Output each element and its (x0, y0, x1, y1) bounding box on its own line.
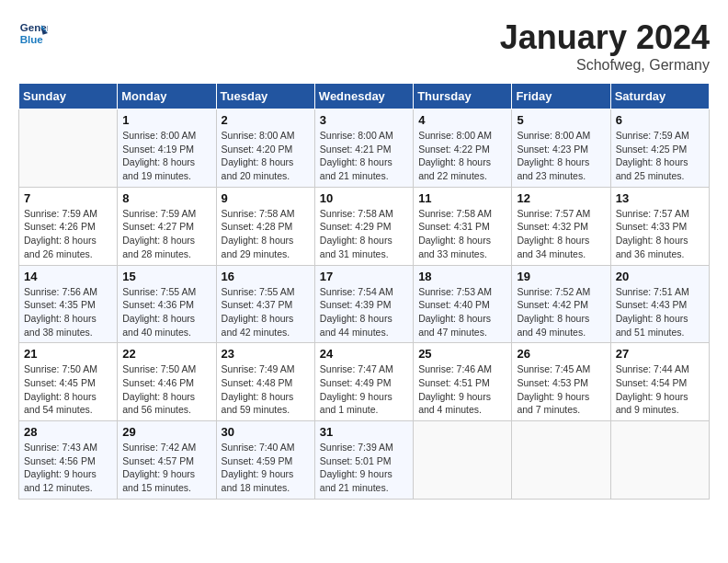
title-block: January 2024 Schofweg, Germany (500, 18, 710, 74)
day-info: Sunrise: 7:51 AMSunset: 4:43 PMDaylight:… (616, 285, 704, 339)
calendar-week-3: 14Sunrise: 7:56 AMSunset: 4:35 PMDayligh… (19, 265, 710, 343)
calendar-week-5: 28Sunrise: 7:43 AMSunset: 4:56 PMDayligh… (19, 421, 710, 500)
day-number: 21 (24, 347, 112, 361)
day-info: Sunrise: 8:00 AMSunset: 4:20 PMDaylight:… (222, 129, 310, 183)
day-info: Sunrise: 7:59 AMSunset: 4:25 PMDaylight:… (616, 129, 704, 183)
day-info: Sunrise: 7:42 AMSunset: 4:57 PMDaylight:… (122, 441, 210, 495)
calendar-cell: 6Sunrise: 7:59 AMSunset: 4:25 PMDaylight… (610, 109, 709, 188)
day-info: Sunrise: 8:00 AMSunset: 4:21 PMDaylight:… (320, 129, 408, 183)
calendar-cell: 11Sunrise: 7:58 AMSunset: 4:31 PMDayligh… (414, 187, 512, 265)
day-info: Sunrise: 8:00 AMSunset: 4:22 PMDaylight:… (418, 129, 506, 183)
calendar-cell: 20Sunrise: 7:51 AMSunset: 4:43 PMDayligh… (610, 265, 709, 343)
day-info: Sunrise: 7:45 AMSunset: 4:53 PMDaylight:… (517, 362, 605, 417)
calendar-cell: 15Sunrise: 7:55 AMSunset: 4:36 PMDayligh… (118, 265, 216, 343)
day-number: 4 (418, 113, 506, 127)
day-number: 15 (122, 270, 210, 283)
calendar-cell: 28Sunrise: 7:43 AMSunset: 4:56 PMDayligh… (19, 421, 118, 500)
calendar-cell: 3Sunrise: 8:00 AMSunset: 4:21 PMDaylight… (314, 109, 413, 188)
weekday-header-thursday: Thursday (414, 84, 512, 109)
calendar-cell: 31Sunrise: 7:39 AMSunset: 5:01 PMDayligh… (314, 421, 413, 500)
day-info: Sunrise: 7:53 AMSunset: 4:40 PMDaylight:… (418, 285, 506, 339)
day-number: 13 (616, 191, 704, 205)
day-number: 23 (222, 347, 310, 361)
day-info: Sunrise: 7:47 AMSunset: 4:49 PMDaylight:… (320, 362, 408, 417)
day-info: Sunrise: 7:52 AMSunset: 4:42 PMDaylight:… (517, 285, 605, 339)
calendar-cell: 9Sunrise: 7:58 AMSunset: 4:28 PMDaylight… (216, 187, 314, 265)
weekday-header-wednesday: Wednesday (314, 84, 413, 109)
calendar-table: SundayMondayTuesdayWednesdayThursdayFrid… (18, 83, 710, 500)
day-info: Sunrise: 7:40 AMSunset: 4:59 PMDaylight:… (222, 441, 310, 495)
calendar-cell: 29Sunrise: 7:42 AMSunset: 4:57 PMDayligh… (118, 421, 216, 500)
weekday-header-saturday: Saturday (610, 84, 709, 109)
calendar-cell: 13Sunrise: 7:57 AMSunset: 4:33 PMDayligh… (610, 187, 709, 265)
day-info: Sunrise: 7:50 AMSunset: 4:45 PMDaylight:… (24, 362, 112, 417)
day-number: 5 (517, 113, 605, 127)
day-info: Sunrise: 8:00 AMSunset: 4:19 PMDaylight:… (122, 129, 210, 183)
weekday-header-friday: Friday (512, 84, 610, 109)
day-number: 30 (222, 425, 310, 439)
day-info: Sunrise: 7:49 AMSunset: 4:48 PMDaylight:… (222, 362, 310, 417)
weekday-header-monday: Monday (118, 84, 216, 109)
day-number: 12 (517, 191, 605, 205)
day-number: 3 (320, 113, 408, 127)
day-info: Sunrise: 7:43 AMSunset: 4:56 PMDaylight:… (24, 441, 112, 495)
day-number: 29 (122, 425, 210, 439)
day-number: 14 (24, 270, 112, 283)
day-info: Sunrise: 7:58 AMSunset: 4:31 PMDaylight:… (418, 207, 506, 261)
day-info: Sunrise: 7:58 AMSunset: 4:28 PMDaylight:… (222, 207, 310, 261)
day-info: Sunrise: 7:50 AMSunset: 4:46 PMDaylight:… (122, 362, 210, 417)
day-number: 18 (418, 270, 506, 283)
logo: General Blue (18, 18, 48, 48)
day-number: 1 (122, 113, 210, 127)
day-number: 17 (320, 270, 408, 283)
calendar-week-2: 7Sunrise: 7:59 AMSunset: 4:26 PMDaylight… (19, 187, 710, 265)
day-info: Sunrise: 7:39 AMSunset: 5:01 PMDaylight:… (320, 441, 408, 495)
day-number: 16 (222, 270, 310, 283)
day-number: 6 (616, 113, 704, 127)
day-number: 11 (418, 191, 506, 205)
day-info: Sunrise: 7:44 AMSunset: 4:54 PMDaylight:… (616, 362, 704, 417)
calendar-cell: 30Sunrise: 7:40 AMSunset: 4:59 PMDayligh… (216, 421, 314, 500)
calendar-week-4: 21Sunrise: 7:50 AMSunset: 4:45 PMDayligh… (19, 343, 710, 421)
calendar-week-1: 1Sunrise: 8:00 AMSunset: 4:19 PMDaylight… (19, 109, 710, 188)
calendar-cell: 25Sunrise: 7:46 AMSunset: 4:51 PMDayligh… (414, 343, 512, 421)
calendar-cell: 14Sunrise: 7:56 AMSunset: 4:35 PMDayligh… (19, 265, 118, 343)
calendar-cell: 18Sunrise: 7:53 AMSunset: 4:40 PMDayligh… (414, 265, 512, 343)
calendar-cell: 16Sunrise: 7:55 AMSunset: 4:37 PMDayligh… (216, 265, 314, 343)
day-number: 28 (24, 425, 112, 439)
calendar-cell (414, 421, 512, 500)
calendar-cell (610, 421, 709, 500)
day-number: 9 (222, 191, 310, 205)
calendar-cell: 8Sunrise: 7:59 AMSunset: 4:27 PMDaylight… (118, 187, 216, 265)
day-info: Sunrise: 8:00 AMSunset: 4:23 PMDaylight:… (517, 129, 605, 183)
day-number: 31 (320, 425, 408, 439)
calendar-cell: 12Sunrise: 7:57 AMSunset: 4:32 PMDayligh… (512, 187, 610, 265)
day-info: Sunrise: 7:56 AMSunset: 4:35 PMDaylight:… (24, 285, 112, 339)
calendar-cell: 24Sunrise: 7:47 AMSunset: 4:49 PMDayligh… (314, 343, 413, 421)
calendar-cell: 5Sunrise: 8:00 AMSunset: 4:23 PMDaylight… (512, 109, 610, 188)
day-number: 26 (517, 347, 605, 361)
calendar-cell: 10Sunrise: 7:58 AMSunset: 4:29 PMDayligh… (314, 187, 413, 265)
calendar-cell (512, 421, 610, 500)
day-number: 10 (320, 191, 408, 205)
day-number: 24 (320, 347, 408, 361)
weekday-header-sunday: Sunday (19, 84, 118, 109)
day-info: Sunrise: 7:46 AMSunset: 4:51 PMDaylight:… (418, 362, 506, 417)
day-info: Sunrise: 7:58 AMSunset: 4:29 PMDaylight:… (320, 207, 408, 261)
calendar-cell: 23Sunrise: 7:49 AMSunset: 4:48 PMDayligh… (216, 343, 314, 421)
day-info: Sunrise: 7:59 AMSunset: 4:26 PMDaylight:… (24, 207, 112, 261)
calendar-cell: 4Sunrise: 8:00 AMSunset: 4:22 PMDaylight… (414, 109, 512, 188)
weekday-header-tuesday: Tuesday (216, 84, 314, 109)
day-info: Sunrise: 7:57 AMSunset: 4:33 PMDaylight:… (616, 207, 704, 261)
day-info: Sunrise: 7:55 AMSunset: 4:36 PMDaylight:… (122, 285, 210, 339)
day-number: 20 (616, 270, 704, 283)
calendar-cell: 27Sunrise: 7:44 AMSunset: 4:54 PMDayligh… (610, 343, 709, 421)
day-info: Sunrise: 7:59 AMSunset: 4:27 PMDaylight:… (122, 207, 210, 261)
month-title: January 2024 (500, 18, 710, 57)
calendar-cell: 17Sunrise: 7:54 AMSunset: 4:39 PMDayligh… (314, 265, 413, 343)
calendar-cell (19, 109, 118, 188)
logo-icon: General Blue (18, 18, 48, 48)
calendar-cell: 26Sunrise: 7:45 AMSunset: 4:53 PMDayligh… (512, 343, 610, 421)
day-info: Sunrise: 7:57 AMSunset: 4:32 PMDaylight:… (517, 207, 605, 261)
calendar-cell: 19Sunrise: 7:52 AMSunset: 4:42 PMDayligh… (512, 265, 610, 343)
